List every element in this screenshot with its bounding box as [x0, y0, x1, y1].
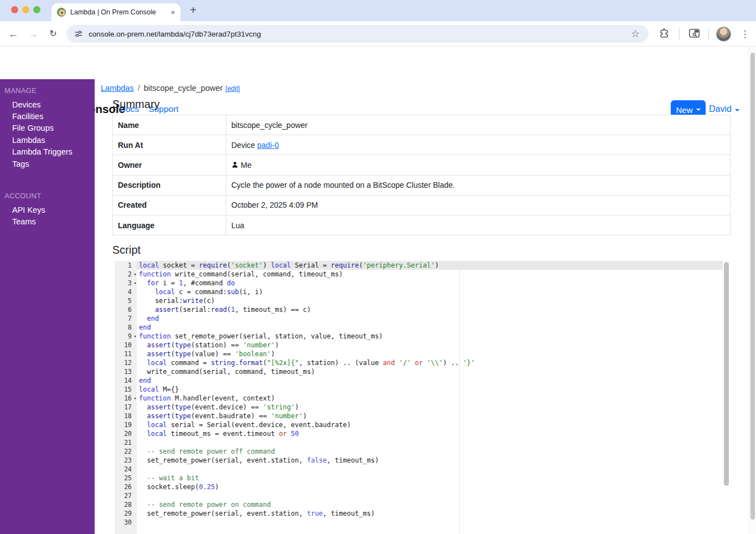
gutter-line-number[interactable]: 30	[115, 518, 137, 527]
gutter-line-number[interactable]: 10	[115, 341, 137, 350]
edit-link[interactable]: [edit]	[225, 85, 240, 93]
code-line[interactable]: local M={}	[137, 385, 723, 394]
gutter-line-number[interactable]: 29	[115, 509, 137, 518]
gutter-line-number[interactable]: 7	[115, 314, 137, 323]
line-number: 21	[124, 438, 132, 447]
gutter-line-number[interactable]: 9▾	[115, 332, 137, 341]
sidebar-item-devices[interactable]: Devices	[4, 99, 90, 110]
back-icon[interactable]: ←	[7, 28, 20, 41]
line-number: 28	[124, 500, 132, 509]
code-line[interactable]: local c = command:sub(i, i)	[137, 287, 723, 296]
extensions-icon[interactable]	[657, 28, 671, 41]
code-line[interactable]: -- send remote power on command	[137, 500, 723, 509]
tab-close-icon[interactable]: ×	[170, 9, 175, 16]
code-line[interactable]: -- send remote power off command	[137, 447, 723, 456]
gutter-line-number[interactable]: 12	[115, 358, 137, 367]
code-line[interactable]	[137, 465, 723, 474]
side-panel-search-icon[interactable]	[687, 28, 701, 41]
gutter-line-number[interactable]: 25	[115, 474, 137, 482]
sidebar-item-teams[interactable]: Teams	[4, 216, 90, 228]
summary-row-label: Run At	[113, 135, 226, 155]
gutter-line-number[interactable]: 6	[115, 305, 137, 314]
code-line[interactable]: write_command(serial, command, timeout_m…	[137, 367, 723, 376]
code-line[interactable]: local serial = Serial(event.device, even…	[137, 420, 723, 429]
zoom-window-icon[interactable]	[33, 6, 40, 13]
code-line[interactable]: local timeout_ms = event.timeout or 50	[137, 429, 723, 438]
code-line[interactable]: end	[137, 376, 723, 385]
browser-tab[interactable]: Lambda | On Prem Console ×	[51, 3, 180, 21]
gutter-line-number[interactable]: 21	[115, 438, 137, 447]
gutter-line-number[interactable]: 14	[115, 376, 137, 385]
code-line[interactable]: socket.sleep(0.25)	[137, 482, 723, 491]
code-line[interactable]: function write_command(serial, command, …	[137, 270, 723, 279]
gutter-line-number[interactable]: 28	[115, 500, 137, 509]
code-line[interactable]: function set_remote_power(serial, statio…	[137, 332, 723, 341]
gutter-line-number[interactable]: 22	[115, 447, 137, 456]
gutter-line-number[interactable]: 17	[115, 403, 137, 412]
page-scrollbar-thumb[interactable]	[750, 53, 755, 520]
gutter-line-number[interactable]: 4	[115, 287, 137, 296]
gutter-line-number[interactable]: 2▾	[115, 270, 137, 279]
code-line[interactable]	[137, 518, 723, 527]
code-line[interactable]: function M.handler(event, context)	[137, 394, 723, 403]
line-number: 9	[128, 332, 132, 341]
sidebar-item-lambda-triggers[interactable]: Lambda Triggers	[4, 146, 90, 158]
sidebar-item-facilities[interactable]: Facilities	[4, 110, 90, 122]
code-line[interactable]: assert(type(station) == 'number')	[137, 341, 723, 350]
code-editor[interactable]: 12▾3▾456789▾10111213141516▾1718192021222…	[115, 261, 731, 534]
gutter-line-number[interactable]: 20	[115, 429, 137, 438]
code-line[interactable]	[137, 491, 723, 500]
new-tab-icon[interactable]: +	[187, 4, 200, 17]
code-line[interactable]: assert(serial:read(1, timeout_ms) == c)	[137, 305, 723, 314]
gutter-line-number[interactable]: 19	[115, 420, 137, 429]
code-line[interactable]: set_remote_power(serial, event.station, …	[137, 509, 723, 518]
gutter-line-number[interactable]: 16▾	[115, 394, 137, 403]
code-line[interactable]: assert(type(event.device) == 'string')	[137, 403, 723, 412]
profile-avatar[interactable]	[716, 27, 731, 42]
gutter-line-number[interactable]: 5	[115, 296, 137, 305]
user-menu[interactable]: David	[709, 104, 739, 114]
code-line[interactable]	[137, 438, 723, 447]
gutter-line-number[interactable]: 11	[115, 350, 137, 358]
code-line[interactable]: local socket = require('socket') local S…	[137, 261, 723, 270]
gutter-line-number[interactable]: 13	[115, 367, 137, 376]
reload-icon[interactable]: ↻	[46, 28, 60, 41]
site-settings-icon[interactable]	[74, 29, 83, 38]
gutter-line-number[interactable]: 18	[115, 412, 137, 420]
close-window-icon[interactable]	[11, 6, 18, 13]
device-link[interactable]: padi-0	[257, 141, 279, 150]
code-line[interactable]: end	[137, 323, 723, 332]
code-line[interactable]: local command = string.format("[%2x]{", …	[137, 358, 723, 367]
sidebar-item-lambdas[interactable]: Lambdas	[4, 134, 90, 146]
code-line[interactable]: assert(type(value) == 'boolean')	[137, 350, 723, 358]
sidebar-item-api-keys[interactable]: API Keys	[4, 204, 90, 215]
code-line[interactable]: end	[137, 314, 723, 323]
code-line[interactable]: -- wait a bit	[137, 474, 723, 482]
gutter-line-number[interactable]: 27	[115, 491, 137, 500]
sidebar-item-tags[interactable]: Tags	[4, 158, 90, 170]
sidebar-item-file-groups[interactable]: File Groups	[4, 122, 90, 134]
browser-menu-icon[interactable]: ⋮	[738, 28, 752, 41]
forward-icon[interactable]: →	[27, 28, 40, 41]
gutter-line-number[interactable]: 3▾	[115, 279, 137, 287]
address-bar[interactable]: console.on-prem.net/lambda/cj7db73erad7p…	[66, 25, 649, 43]
summary-row-value: Cycle the power of a node mounted on a B…	[226, 176, 730, 195]
gutter-line-number[interactable]: 26	[115, 482, 137, 491]
breadcrumb-lambdas-link[interactable]: Lambdas	[101, 84, 134, 93]
gutter-line-number[interactable]: 23	[115, 456, 137, 465]
editor-scrollbar[interactable]	[723, 261, 731, 534]
gutter-line-number[interactable]: 1	[115, 261, 137, 270]
code-line[interactable]: for i = 1, #command do	[137, 279, 723, 287]
editor-code[interactable]: local socket = require('socket') local S…	[137, 261, 723, 534]
code-line[interactable]: assert(type(event.baudrate) == 'number')	[137, 412, 723, 420]
gutter-line-number[interactable]: 8	[115, 323, 137, 332]
bookmark-star-icon[interactable]: ☆	[629, 28, 642, 41]
page-scrollbar[interactable]	[749, 47, 756, 534]
line-number: 16	[124, 394, 132, 403]
editor-scrollbar-thumb[interactable]	[724, 262, 729, 486]
gutter-line-number[interactable]: 15	[115, 385, 137, 394]
code-line[interactable]: set_remote_power(serial, event.station, …	[137, 456, 723, 465]
code-line[interactable]: serial:write(c)	[137, 296, 723, 305]
minimize-window-icon[interactable]	[22, 6, 29, 13]
gutter-line-number[interactable]: 24	[115, 465, 137, 474]
